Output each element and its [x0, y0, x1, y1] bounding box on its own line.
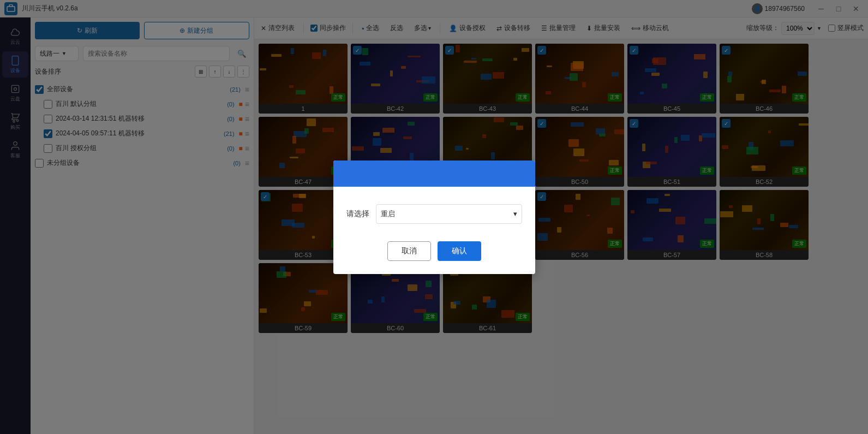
dialog-select-dropdown[interactable]: 重启 ▾	[376, 204, 522, 224]
dialog-select-label: 请选择	[346, 209, 369, 219]
dialog-header	[333, 160, 535, 187]
dialog-select-value: 重启	[381, 209, 395, 219]
dialog: 请选择 重启 ▾ 取消 确认	[333, 160, 535, 274]
dialog-body: 请选择 重启 ▾	[333, 187, 535, 233]
dialog-overlay[interactable]: 请选择 重启 ▾ 取消 确认	[0, 0, 868, 434]
cancel-button[interactable]: 取消	[387, 241, 431, 261]
confirm-button[interactable]: 确认	[438, 241, 481, 261]
dialog-footer: 取消 确认	[333, 233, 535, 274]
dialog-row: 请选择 重启 ▾	[346, 204, 522, 224]
dialog-dropdown-arrow: ▾	[513, 210, 517, 218]
